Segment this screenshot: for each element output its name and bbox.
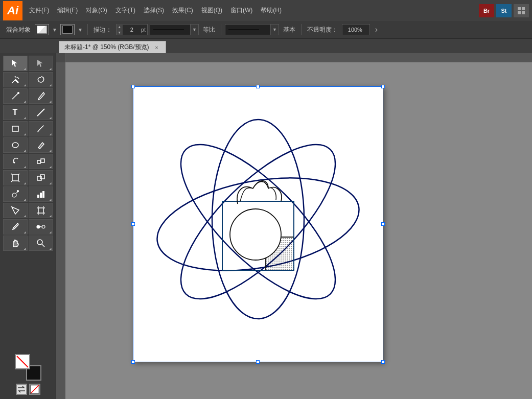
select-tool[interactable] [3, 56, 28, 71]
rotate-tool[interactable] [3, 154, 28, 169]
svg-marker-5 [37, 60, 43, 67]
tool-row-8 [3, 170, 53, 185]
stroke-style-line [153, 29, 184, 30]
left-toolbar: T [0, 53, 56, 399]
menu-help[interactable]: 帮助(H) [257, 4, 285, 17]
artboard-tool[interactable] [29, 203, 53, 218]
ruler-top-ticks: // Will be rendered by static SVG [65, 53, 532, 62]
tool-row-12 [3, 236, 53, 251]
svg-rect-46 [56, 53, 65, 399]
stroke-base-dropdown[interactable] [225, 24, 271, 35]
eyedropper-tool[interactable] [3, 219, 28, 234]
artwork [133, 86, 383, 362]
rect-tool[interactable] [3, 121, 28, 136]
document-close-button[interactable]: × [153, 44, 160, 51]
menu-effect[interactable]: 效果(C) [169, 4, 197, 17]
bridge-button[interactable]: Br [479, 4, 494, 17]
svg-point-39 [37, 240, 42, 245]
fill-swatch[interactable] [35, 24, 49, 35]
svg-line-19 [11, 181, 12, 182]
document-tab[interactable]: 未标题-1* @ 150% (RGB/预览) × [59, 41, 166, 53]
stroke-base-line [228, 29, 259, 30]
stroke-style-dropdown[interactable] [150, 24, 191, 35]
separator-1 [87, 24, 88, 35]
brush-tool[interactable] [29, 88, 53, 104]
shape-builder-tool[interactable] [29, 170, 53, 185]
stroke-input-group[interactable]: ▲ ▼ 2 pt [116, 24, 148, 35]
svg-point-52 [230, 209, 281, 260]
ruler-horizontal: // Will be rendered by static SVG [65, 53, 532, 62]
svg-point-13 [12, 143, 18, 148]
svg-rect-3 [522, 11, 525, 14]
menu-object[interactable]: 对象(O) [82, 4, 110, 17]
line-tool[interactable] [29, 105, 53, 120]
swap-colors-button[interactable] [16, 384, 27, 395]
menu-text[interactable]: 文字(T) [112, 4, 139, 17]
stroke-spinner[interactable]: ▲ ▼ [117, 24, 123, 35]
tool-row-11 [3, 219, 53, 234]
stroke-style-label: 等比 [201, 26, 217, 34]
type-tool[interactable]: T [3, 105, 28, 120]
svg-line-17 [11, 174, 12, 175]
none-color-button[interactable] [29, 384, 40, 395]
stroke-up-button[interactable]: ▲ [117, 24, 123, 30]
bar-graph-tool[interactable] [29, 186, 53, 202]
blend-tool[interactable] [29, 219, 53, 234]
svg-rect-0 [518, 7, 521, 10]
svg-point-24 [17, 191, 18, 192]
workspace-grid-button[interactable] [514, 4, 529, 17]
color-boxes[interactable] [15, 354, 41, 381]
ruler-corner [56, 53, 65, 62]
free-transform-tool[interactable] [3, 170, 28, 185]
fill-arrow[interactable]: ▼ [51, 27, 58, 33]
svg-rect-22 [40, 175, 44, 179]
swap-icon [17, 385, 26, 394]
direct-select-tool[interactable] [29, 56, 53, 71]
tool-row-4: T [3, 105, 53, 120]
menu-window[interactable]: 窗口(W) [227, 4, 256, 17]
stroke-down-button[interactable]: ▼ [117, 30, 123, 35]
stroke-arrow[interactable]: ▼ [77, 27, 84, 33]
stroke-base-arrow[interactable]: ▼ [271, 24, 279, 35]
tool-row-1 [3, 56, 53, 71]
stroke-value-input[interactable]: 2 [123, 27, 141, 33]
svg-rect-14 [37, 160, 40, 163]
foreground-color-swatch[interactable] [15, 354, 30, 369]
opacity-value-input[interactable]: 100% [342, 27, 368, 33]
stroke-base-chevron: ▼ [272, 27, 277, 32]
lasso-tool[interactable] [29, 72, 53, 87]
none-color-icon [30, 385, 39, 394]
stroke-swatch[interactable] [60, 24, 75, 35]
stroke-style-arrow[interactable]: ▼ [191, 24, 199, 35]
stroke-label: 描边： [91, 26, 114, 34]
stock-button[interactable]: St [496, 4, 512, 17]
svg-rect-2 [518, 11, 521, 14]
opacity-input-group[interactable]: 100% [342, 24, 370, 35]
tab-bar: 未标题-1* @ 150% (RGB/预览) × [0, 39, 532, 53]
svg-rect-15 [41, 159, 44, 162]
svg-point-23 [12, 193, 16, 197]
svg-rect-16 [12, 175, 18, 181]
eraser-tool[interactable] [29, 137, 53, 153]
menu-file[interactable]: 文件(F) [26, 4, 53, 17]
magic-wand-tool[interactable] [3, 72, 28, 87]
more-options-button[interactable]: › [373, 25, 380, 34]
pen-tool[interactable] [3, 88, 28, 104]
menu-edit[interactable]: 编辑(E) [54, 4, 81, 17]
menu-view[interactable]: 视图(Q) [198, 4, 226, 17]
toolbar: 混合对象 ▼ ▼ 描边： ▲ ▼ 2 pt ▼ 等比 ▼ [0, 21, 532, 39]
hand-tool[interactable] [3, 236, 28, 251]
menu-select[interactable]: 选择(S) [140, 4, 168, 17]
ellipse-tool[interactable] [3, 137, 28, 153]
symbol-sprayer-tool[interactable] [3, 186, 28, 202]
menu-icons-right: Br St [479, 4, 529, 17]
canvas-area[interactable]: // Will be rendered by static SVG [56, 53, 532, 399]
slice-tool[interactable] [3, 203, 28, 218]
stroke-fill-indicator [16, 355, 29, 368]
stroke-style-chevron: ▼ [192, 27, 197, 32]
zoom-tool[interactable] [29, 236, 53, 251]
scale-tool[interactable] [29, 154, 53, 169]
pencil-tool[interactable] [29, 121, 53, 136]
ruler-vertical [56, 53, 65, 399]
tool-row-3 [3, 88, 53, 104]
